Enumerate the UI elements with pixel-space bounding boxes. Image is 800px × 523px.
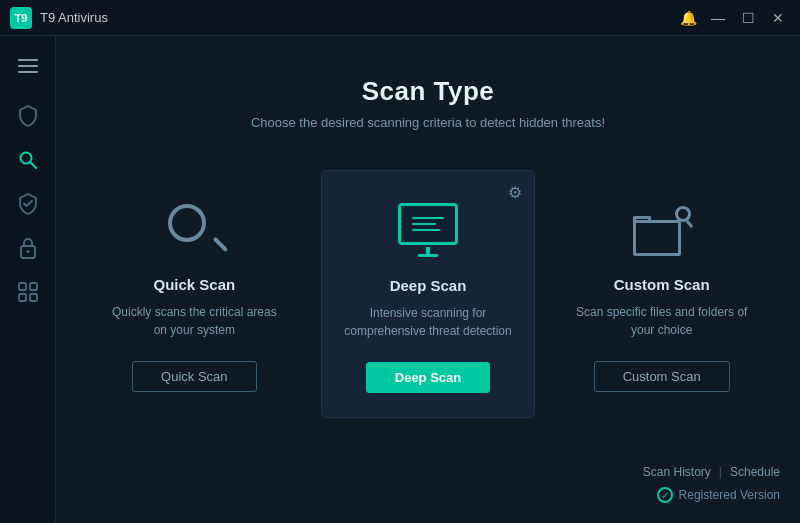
schedule-link[interactable]: Schedule — [730, 465, 780, 479]
menu-line-3 — [18, 71, 38, 73]
content-area: Scan Type Choose the desired scanning cr… — [56, 36, 800, 523]
sidebar-item-scan[interactable] — [8, 140, 48, 180]
deep-scan-desc: Intensive scanning for comprehensive thr… — [342, 304, 515, 340]
svg-rect-4 — [19, 283, 26, 290]
deep-scan-title: Deep Scan — [390, 277, 467, 294]
menu-line-2 — [18, 65, 38, 67]
page-title: Scan Type — [362, 76, 495, 107]
svg-rect-6 — [19, 294, 26, 301]
deep-scan-settings-icon[interactable]: ⚙ — [508, 183, 522, 202]
magnifier-handle — [213, 237, 229, 253]
title-bar-left: T9 T9 Antivirus — [10, 7, 108, 29]
custom-scan-button[interactable]: Custom Scan — [594, 361, 730, 392]
scan-history-link[interactable]: Scan History — [643, 465, 711, 479]
minimize-button[interactable]: — — [704, 7, 732, 29]
quick-scan-button[interactable]: Quick Scan — [132, 361, 256, 392]
footer-divider: | — [719, 465, 722, 479]
svg-line-1 — [30, 163, 36, 169]
quick-scan-icon — [159, 200, 229, 260]
sidebar-item-privacy[interactable] — [8, 228, 48, 268]
custom-scan-title: Custom Scan — [614, 276, 710, 293]
title-bar: T9 T9 Antivirus 🔔 — ☐ ✕ — [0, 0, 800, 36]
close-button[interactable]: ✕ — [764, 7, 792, 29]
sidebar-item-safe[interactable] — [8, 184, 48, 224]
sidebar-item-tools[interactable] — [8, 272, 48, 312]
footer-links: Scan History | Schedule — [643, 465, 780, 479]
svg-rect-5 — [30, 283, 37, 290]
registered-check-icon: ✓ — [657, 487, 673, 503]
page-subtitle: Choose the desired scanning criteria to … — [251, 115, 605, 130]
title-bar-controls: 🔔 — ☐ ✕ — [674, 7, 792, 29]
notification-icon[interactable]: 🔔 — [674, 7, 702, 29]
scan-line-1 — [412, 217, 444, 219]
folder-body — [633, 220, 681, 256]
quick-scan-title: Quick Scan — [153, 276, 235, 293]
mini-magnifier-handle — [685, 220, 692, 228]
scan-line-3 — [412, 229, 440, 231]
scan-cards-container: Quick Scan Quickly scans the critical ar… — [88, 170, 768, 418]
main-layout: Scan Type Choose the desired scanning cr… — [0, 36, 800, 523]
svg-rect-7 — [30, 294, 37, 301]
sidebar-item-protection[interactable] — [8, 96, 48, 136]
svg-point-3 — [26, 250, 29, 253]
sidebar-menu-button[interactable] — [10, 50, 46, 82]
sidebar — [0, 36, 56, 523]
registered-badge: ✓ Registered Version — [657, 487, 780, 503]
custom-scan-icon — [627, 200, 697, 260]
monitor-body — [398, 203, 458, 245]
app-logo: T9 — [10, 7, 32, 29]
custom-scan-desc: Scan specific files and folders of your … — [575, 303, 748, 339]
app-title: T9 Antivirus — [40, 10, 108, 25]
deep-scan-button[interactable]: Deep Scan — [366, 362, 490, 393]
deep-scan-icon — [393, 201, 463, 261]
quick-scan-card: Quick Scan Quickly scans the critical ar… — [88, 170, 301, 418]
registered-label: Registered Version — [679, 488, 780, 502]
quick-scan-desc: Quickly scans the critical areas on your… — [108, 303, 281, 339]
scan-lines — [412, 217, 444, 231]
maximize-button[interactable]: ☐ — [734, 7, 762, 29]
scan-line-2 — [412, 223, 436, 225]
deep-scan-card: ⚙ Deep Scan — [321, 170, 536, 418]
footer: Scan History | Schedule ✓ Registered Ver… — [643, 465, 780, 503]
custom-scan-card: Custom Scan Scan specific files and fold… — [555, 170, 768, 418]
menu-line-1 — [18, 59, 38, 61]
magnifier-circle — [168, 204, 206, 242]
monitor-base — [418, 254, 438, 257]
